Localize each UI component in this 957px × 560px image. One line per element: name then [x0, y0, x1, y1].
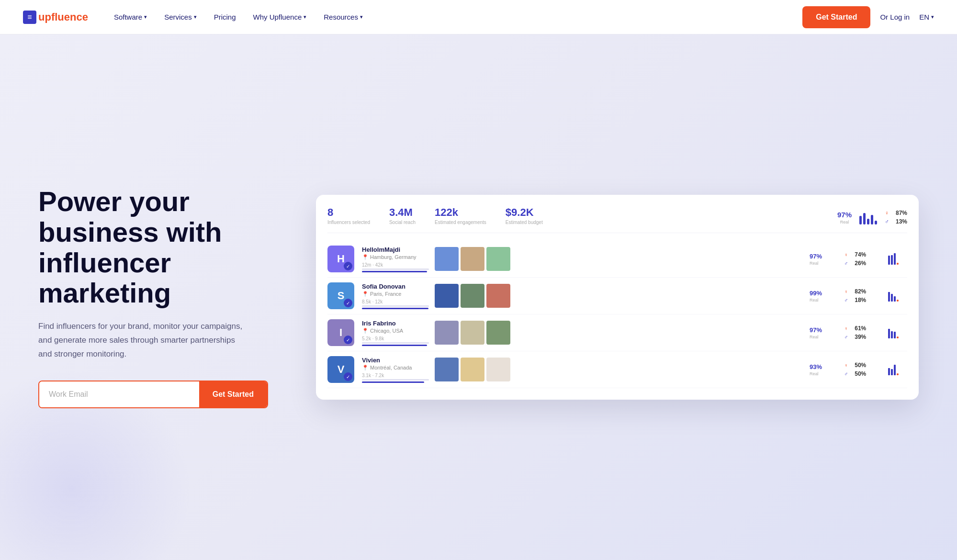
match-score: 97% Real: [810, 253, 838, 266]
stat-value-reach: 3.4M: [389, 206, 416, 219]
influencer-bar: [362, 342, 429, 346]
stat-label-engagements: Estimated engagements: [435, 220, 486, 225]
influencer-name: Sofia Donovan: [362, 283, 429, 290]
influencer-stats: 8.5k · 12k: [362, 299, 429, 304]
chevron-down-icon: ▾: [304, 14, 306, 20]
row-bar-chart: [888, 290, 907, 302]
bar-background: [362, 342, 429, 344]
influencer-row: I ✓ Iris Fabrino 📍Chicago, USA 5.2k · 9.…: [327, 314, 907, 351]
influencer-row: V ✓ Vivien 📍Montréal, Canada 3.1k · 7.2k…: [327, 351, 907, 388]
influencer-name: Vivien: [362, 357, 429, 364]
female-pct: 82%: [851, 288, 866, 295]
chevron-down-icon: ▾: [144, 14, 147, 20]
male-pct: 26%: [851, 260, 866, 267]
female-breakdown: ♀ 82%: [844, 288, 882, 295]
stat-value-influencers: 8: [327, 206, 370, 219]
female-icon: ♀: [844, 325, 848, 331]
rbar-1: [888, 256, 890, 265]
email-input[interactable]: [39, 381, 199, 407]
bar-1: [859, 216, 862, 224]
real-pct: 97%: [837, 211, 852, 219]
female-icon: ♀: [844, 289, 848, 294]
stat-engagements: 122k Estimated engagements: [435, 206, 486, 225]
influencer-avatar: V ✓: [327, 356, 354, 383]
hero-left: Power your business with influencer mark…: [38, 186, 287, 408]
avatar-check: ✓: [344, 262, 352, 270]
location-pin-icon: 📍: [362, 291, 369, 297]
navbar: upfluence Software ▾ Services ▾ Pricing …: [0, 0, 957, 34]
cta-get-started-button[interactable]: Get Started: [199, 381, 267, 407]
male-pct: 39%: [851, 334, 866, 340]
influencer-name: Iris Fabrino: [362, 320, 429, 327]
influencer-stats: 3.1k · 7.2k: [362, 373, 429, 378]
influencer-row: S ✓ Sofia Donovan 📍Paris, France 8.5k · …: [327, 278, 907, 314]
logo-text: upfluence: [38, 11, 88, 23]
match-label: Real: [810, 371, 838, 376]
rbar-3: [894, 332, 896, 338]
match-label: Real: [810, 261, 838, 266]
gender-breakdown: ♀ 74% ♂ 26%: [844, 251, 882, 267]
influencer-location: 📍Chicago, USA: [362, 328, 429, 334]
bar-5: [875, 221, 877, 224]
language-selector[interactable]: EN ▾: [919, 13, 934, 21]
influencer-avatar: S ✓: [327, 282, 354, 309]
nav-item-resources[interactable]: Resources ▾: [317, 9, 370, 25]
stats-row: 8 Influencers selected 3.4M Social reach…: [327, 206, 907, 233]
photo-grid: [435, 284, 804, 308]
female-icon: ♀: [844, 252, 848, 258]
female-stat: ♀ 87%: [885, 210, 907, 216]
chevron-down-icon: ▾: [360, 14, 363, 20]
nav-links: Software ▾ Services ▾ Pricing Why Upflue…: [107, 9, 802, 25]
stat-label-reach: Social reach: [389, 220, 416, 225]
photo-thumb: [486, 321, 510, 345]
avatar-check: ✓: [344, 336, 352, 344]
gender-breakdown: ♀ 61% ♂ 39%: [844, 325, 882, 340]
influencer-info: HelloImMajdi 📍Hamburg, Germany 12m · 42k: [362, 246, 429, 272]
influencer-name: HelloImMajdi: [362, 246, 429, 253]
bar-fill: [362, 381, 424, 383]
bar-4: [871, 215, 873, 224]
influencer-avatar: H ✓: [327, 246, 354, 272]
rbar-dot: [897, 373, 899, 375]
nav-item-why[interactable]: Why Upfluence ▾: [247, 9, 314, 25]
male-icon: ♂: [885, 218, 889, 225]
nav-actions: Get Started Or Log in EN ▾: [802, 6, 934, 28]
stat-label-budget: Estimated budget: [506, 220, 543, 225]
nav-item-services[interactable]: Services ▾: [158, 9, 203, 25]
stat-label-influencers: Influencers selected: [327, 220, 370, 225]
stat-value-engagements: 122k: [435, 206, 486, 219]
nav-item-software[interactable]: Software ▾: [107, 9, 154, 25]
nav-item-pricing[interactable]: Pricing: [207, 9, 243, 25]
logo[interactable]: upfluence: [23, 11, 88, 24]
avatar-check: ✓: [344, 299, 352, 307]
influencer-stats: 5.2k · 9.8k: [362, 336, 429, 341]
avatar-check: ✓: [344, 372, 352, 381]
photo-thumb: [461, 321, 484, 345]
match-pct: 99%: [810, 290, 838, 297]
bar-fill: [362, 345, 427, 346]
row-bar-chart: [888, 253, 907, 265]
photo-thumb: [435, 284, 459, 308]
rbar-3: [894, 296, 896, 302]
influencer-row: H ✓ HelloImMajdi 📍Hamburg, Germany 12m ·…: [327, 241, 907, 278]
stat-budget: $9.2K Estimated budget: [506, 206, 543, 225]
bar-2: [863, 213, 866, 224]
login-link[interactable]: Or Log in: [880, 13, 910, 21]
logo-up: up: [38, 11, 51, 23]
male-breakdown: ♂ 39%: [844, 334, 882, 340]
influencer-avatar: I ✓: [327, 319, 354, 346]
influencer-bar: [362, 379, 429, 383]
stats-summary-right: 97% Real ♀ 87%: [837, 210, 907, 225]
row-bar-chart: [888, 364, 907, 375]
male-icon: ♂: [844, 260, 848, 266]
photo-thumb: [486, 284, 510, 308]
real-label: Real: [840, 220, 849, 224]
male-breakdown: ♂ 26%: [844, 260, 882, 267]
hero-section: Power your business with influencer mark…: [0, 34, 957, 560]
rbar-1: [888, 368, 890, 375]
female-pct: 74%: [851, 251, 866, 258]
photo-grid: [435, 321, 804, 345]
male-icon: ♂: [844, 297, 848, 303]
nav-get-started-button[interactable]: Get Started: [802, 6, 870, 28]
stat-reach: 3.4M Social reach: [389, 206, 416, 225]
